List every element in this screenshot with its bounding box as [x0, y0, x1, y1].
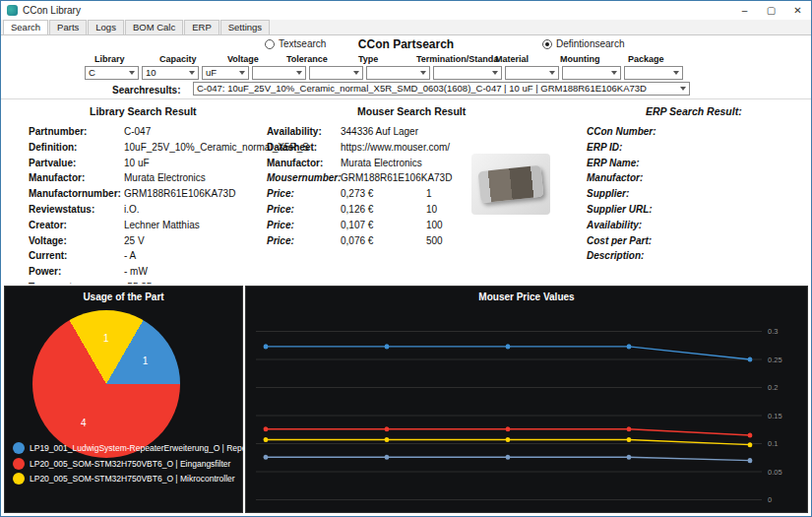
svg-text:0.25: 0.25: [768, 355, 782, 363]
column-label-type: Type: [358, 54, 378, 64]
tab-settings[interactable]: Settings: [220, 20, 270, 34]
column-label-capacity: Capacity: [159, 54, 197, 64]
searchresults-label: Searchresults:: [112, 85, 180, 96]
termination-combo[interactable]: [433, 66, 502, 80]
dropdown-arrow-icon[interactable]: [349, 67, 362, 79]
dropdown-arrow-icon[interactable]: [669, 67, 682, 79]
column-label-termination: Termination/Standa: [416, 54, 498, 64]
svg-text:0.2: 0.2: [768, 383, 778, 392]
dropdown-arrow-icon[interactable]: [125, 67, 138, 79]
field-row: ERP Name:: [587, 158, 798, 173]
pie-slice-label: 1: [103, 333, 109, 344]
column-label-mounting: Mounting: [560, 54, 599, 64]
searchresults-combo[interactable]: C-047: 10uF_25V_10%_Ceramic_normal_X5R_S…: [193, 82, 690, 96]
price-row: Price:0,107 €100: [267, 220, 478, 235]
tabstrip: Search Parts Logs BOM Calc ERP Settings: [1, 20, 811, 35]
definitionsearch-radio-label: Defintionsearch: [556, 38, 624, 49]
results-section: Library Search Result Mouser Search Resu…: [1, 98, 811, 284]
datasheet-link[interactable]: https://www.mouser.com/: [341, 142, 450, 158]
svg-text:0.15: 0.15: [768, 411, 782, 420]
field-row: Availability:344336 Auf Lager: [267, 126, 478, 142]
app-window: CCon Library – ▢ ✕ Search Parts Logs BOM…: [0, 0, 812, 517]
type-combo[interactable]: [366, 66, 430, 80]
maximize-button[interactable]: ▢: [758, 1, 784, 20]
column-label-tolerance: Tolerance: [286, 54, 328, 64]
capacity-unit-combo[interactable]: uF: [202, 66, 249, 80]
field-row: Partvalue:10 uF: [29, 158, 263, 173]
field-row: ERP ID:: [587, 142, 798, 158]
column-label-library: Library: [94, 54, 125, 64]
dropdown-arrow-icon[interactable]: [235, 67, 248, 79]
usage-chart-title: Usage of the Part: [5, 287, 242, 302]
price-panel: Mouser Price Values 0.30.250.20.150.10.0…: [245, 286, 808, 513]
field-row: Supplier URL:: [587, 204, 798, 220]
tab-logs[interactable]: Logs: [88, 20, 124, 34]
erp-result-heading: ERP Search Result:: [646, 105, 742, 117]
dropdown-arrow-icon[interactable]: [545, 67, 558, 79]
field-row: Manufactornumber:GRM188R61E106KA73D: [29, 188, 263, 204]
tab-bom-calc[interactable]: BOM Calc: [125, 20, 183, 34]
dropdown-arrow-icon[interactable]: [607, 67, 620, 79]
capacitor-image: [478, 165, 544, 204]
definitionsearch-radio[interactable]: Defintionsearch: [542, 38, 624, 49]
material-combo[interactable]: [505, 66, 559, 80]
dropdown-arrow-icon[interactable]: [416, 67, 429, 79]
field-row: Datasheet:https://www.mouser.com/: [267, 142, 478, 158]
field-row: Creator:Lechner Matthias: [29, 220, 263, 235]
field-row: Definition:10uF_25V_10%_Ceramic_normal_X…: [29, 142, 263, 158]
mouser-price-line-chart: 0.30.250.20.150.10.050: [250, 304, 803, 508]
svg-text:0.05: 0.05: [768, 467, 782, 476]
field-row: Cost per Part:: [587, 235, 798, 251]
field-row: Description:: [587, 250, 798, 266]
field-row: Voltage:25 V: [29, 235, 263, 251]
field-row: Manufactor:: [587, 172, 798, 188]
column-label-voltage: Voltage: [227, 54, 259, 64]
legend-dot-icon: [13, 473, 25, 485]
partsearch-title: CCon Partsearch: [1, 37, 811, 51]
legend-dot-icon: [13, 458, 25, 470]
voltage-combo[interactable]: [252, 66, 306, 80]
column-label-material: Material: [495, 54, 529, 64]
search-panel: Textsearch CCon Partsearch Defintionsear…: [1, 35, 811, 98]
tab-parts[interactable]: Parts: [49, 20, 87, 34]
mouser-result-column: Availability:344336 Auf Lager Datasheet:…: [267, 126, 478, 250]
erp-result-column: CCon Number: ERP ID: ERP Name: Manufacto…: [587, 126, 798, 266]
field-row: Reviewstatus:i.O.: [29, 204, 263, 220]
price-row: Price:0,273 €1: [267, 188, 478, 204]
dropdown-arrow-icon[interactable]: [676, 83, 689, 95]
dropdown-arrow-icon[interactable]: [185, 67, 198, 79]
minimize-button[interactable]: –: [731, 1, 758, 20]
pie-slice-label: 4: [81, 418, 87, 428]
charts-section: Usage of the Part 114 LP19_001_LudwigSys…: [1, 284, 811, 516]
usage-pie-chart: 114: [32, 310, 180, 458]
field-row: Availability:: [587, 220, 798, 235]
window-title: CCon Library: [23, 5, 81, 16]
close-button[interactable]: ✕: [784, 1, 811, 20]
field-row: CCon Number:: [587, 126, 798, 142]
dropdown-arrow-icon[interactable]: [488, 67, 501, 79]
price-row: Price:0,076 €500: [267, 235, 478, 251]
package-combo[interactable]: [624, 66, 683, 80]
field-row: Current:- A: [29, 250, 263, 266]
window-controls: – ▢ ✕: [731, 1, 811, 20]
legend-dot-icon: [13, 442, 25, 454]
dropdown-arrow-icon[interactable]: [292, 67, 305, 79]
svg-text:0.1: 0.1: [768, 439, 778, 448]
tolerance-combo[interactable]: [309, 66, 363, 80]
app-logo-icon: [7, 5, 18, 16]
tab-erp[interactable]: ERP: [184, 20, 219, 34]
library-combo[interactable]: C: [85, 66, 139, 80]
pie-slice-label: 1: [143, 355, 149, 366]
mounting-combo[interactable]: [562, 66, 621, 80]
capacity-value-combo[interactable]: 10: [142, 66, 199, 80]
field-row: Manufactor:Murata Electronics: [267, 158, 478, 173]
field-row: Partnumber:C-047: [29, 126, 263, 142]
part-photo: [471, 154, 550, 215]
price-row: Price:0,126 €10: [267, 204, 478, 220]
usage-panel: Usage of the Part 114 LP19_001_LudwigSys…: [4, 286, 243, 513]
field-row: Power:- mW: [29, 266, 263, 282]
tab-search[interactable]: Search: [3, 20, 48, 34]
field-row: Supplier:: [587, 188, 798, 204]
library-result-heading: Library Search Result: [90, 105, 197, 117]
field-row: Mousernumber:GRM188R61E106KA73D: [267, 172, 478, 188]
